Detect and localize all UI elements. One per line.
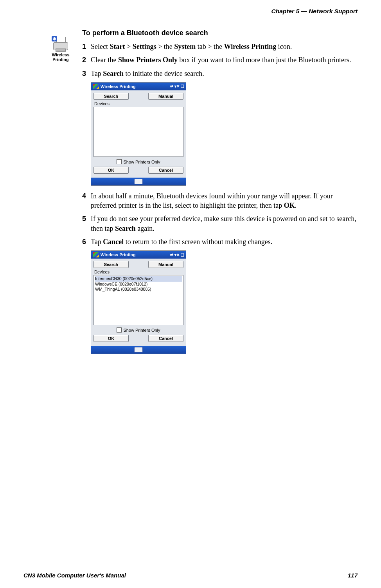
- printer-icon: ✱: [51, 36, 70, 52]
- wm-titlebar: Wireless Printing ⇄ ▾✕ ❑: [91, 83, 186, 90]
- manual-button[interactable]: Manual: [148, 93, 183, 100]
- bold-settings: Settings: [133, 43, 156, 50]
- ok-button[interactable]: OK: [93, 335, 129, 342]
- text: icon.: [276, 43, 292, 50]
- text: Tap: [91, 238, 103, 246]
- devices-list[interactable]: IntermecCN30 (0020e052d5ce) WindowsCE (0…: [93, 275, 183, 325]
- show-printers-label: Show Printers Only: [123, 328, 160, 333]
- cancel-button[interactable]: Cancel: [148, 335, 183, 342]
- footer-manual-title: CN3 Mobile Computer User's Manual: [23, 572, 126, 579]
- status-icons: ⇄ ▾✕ ❑: [170, 253, 184, 257]
- device-item-selected[interactable]: IntermecCN30 (0020e052d5ce): [95, 276, 182, 281]
- status-icons: ⇄ ▾✕ ❑: [170, 84, 184, 88]
- step-text: In about half a minute, Bluetooth device…: [91, 191, 358, 210]
- screenshot-empty-device-list: Wireless Printing ⇄ ▾✕ ❑ Search Manual D…: [91, 82, 186, 186]
- text: Tap: [91, 70, 103, 77]
- step-6: 6 Tap Cancel to return to the first scre…: [82, 237, 358, 246]
- ok-button[interactable]: OK: [93, 167, 129, 174]
- step-text: Clear the Show Printers Only box if you …: [91, 55, 358, 65]
- bold-cancel: Cancel: [103, 238, 124, 246]
- search-button[interactable]: Search: [93, 93, 129, 100]
- wm-bottombar: [91, 346, 186, 354]
- bold-ok: OK: [284, 201, 295, 209]
- wm-title: Wireless Printing: [101, 252, 169, 257]
- step-text: If you do not see your preferred device,…: [91, 214, 358, 233]
- wireless-printing-app-icon: ✱ Wireless Printing: [47, 36, 74, 62]
- step-num: 1: [82, 42, 91, 51]
- text: to initiate the device search.: [124, 70, 204, 77]
- bold-show-printers-only: Show Printers Only: [118, 56, 178, 64]
- wm-title: Wireless Printing: [101, 84, 169, 89]
- step-5: 5 If you do not see your preferred devic…: [82, 214, 358, 233]
- bold-wireless-printing: Wireless Printing: [224, 43, 276, 50]
- start-flag-icon: [93, 252, 99, 257]
- step-num: 4: [82, 191, 91, 210]
- devices-list[interactable]: [93, 107, 183, 157]
- device-item[interactable]: WM_ThingA1 (0020e0340085): [95, 287, 182, 292]
- text: to return to the first screen without ma…: [124, 238, 272, 246]
- step-num: 5: [82, 214, 91, 233]
- show-printers-checkbox[interactable]: [117, 159, 122, 164]
- text: .: [295, 201, 297, 209]
- page-number: 117: [348, 572, 358, 579]
- show-printers-checkbox[interactable]: [117, 327, 122, 333]
- step-4: 4 In about half a minute, Bluetooth devi…: [82, 191, 358, 210]
- chapter-header: Chapter 5 — Network Support: [23, 8, 358, 15]
- text: >: [125, 43, 132, 50]
- text: Select: [91, 43, 110, 50]
- text: box if you want to find more than just t…: [178, 56, 351, 64]
- step-1: 1 Select Start > Settings > the System t…: [82, 42, 358, 51]
- wm-bottombar: [91, 178, 186, 185]
- step-text: Tap Search to initiate the device search…: [91, 69, 358, 78]
- bold-system: System: [174, 43, 196, 50]
- keyboard-icon[interactable]: [134, 347, 143, 352]
- step-3: 3 Tap Search to initiate the device sear…: [82, 69, 358, 78]
- screenshot-populated-device-list: Wireless Printing ⇄ ▾✕ ❑ Search Manual D…: [91, 250, 186, 354]
- devices-label: Devices: [94, 270, 183, 274]
- text: Clear the: [91, 56, 118, 64]
- step-text: Tap Cancel to return to the first screen…: [91, 237, 358, 246]
- icon-label-line1: Wireless: [47, 52, 74, 57]
- step-2: 2 Clear the Show Printers Only box if yo…: [82, 55, 358, 65]
- step-num: 6: [82, 237, 91, 246]
- text: again.: [136, 225, 155, 232]
- step-num: 3: [82, 69, 91, 78]
- manual-button[interactable]: Manual: [148, 261, 183, 268]
- step-text: Select Start > Settings > the System tab…: [91, 42, 358, 51]
- bold-search: Search: [103, 70, 124, 77]
- search-button[interactable]: Search: [93, 261, 129, 268]
- step-num: 2: [82, 55, 91, 65]
- icon-label-line2: Printing: [47, 57, 74, 62]
- device-item[interactable]: WindowsCE (0020e07f1012): [95, 282, 182, 287]
- start-flag-icon: [93, 84, 99, 89]
- section-title: To perform a Bluetooth device search: [82, 29, 358, 37]
- show-printers-label: Show Printers Only: [123, 160, 160, 164]
- text: > the: [156, 43, 174, 50]
- bold-search: Search: [115, 225, 136, 232]
- keyboard-icon[interactable]: [134, 179, 143, 184]
- cancel-button[interactable]: Cancel: [148, 167, 183, 174]
- wm-titlebar: Wireless Printing ⇄ ▾✕ ❑: [91, 251, 186, 259]
- bluetooth-badge-icon: ✱: [52, 36, 57, 41]
- text: tab > the: [196, 43, 224, 50]
- bold-start: Start: [110, 43, 125, 50]
- devices-label: Devices: [94, 101, 183, 106]
